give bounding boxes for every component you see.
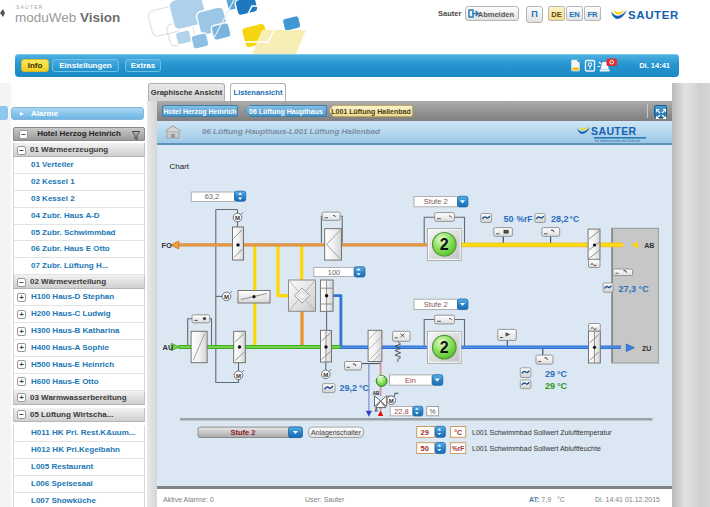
svg-text:50: 50 — [421, 444, 429, 453]
svg-text:°C: °C — [557, 369, 568, 379]
svg-text:Stufe 2: Stufe 2 — [230, 428, 255, 437]
svg-text:Chart: Chart — [170, 162, 190, 171]
svg-text:29,2: 29,2 — [340, 383, 358, 393]
svg-text:°C: °C — [639, 284, 650, 294]
svg-text:22,8: 22,8 — [394, 407, 409, 416]
svg-text:29: 29 — [421, 428, 429, 437]
svg-text:SAUTER: SAUTER — [591, 125, 637, 137]
svg-text:M: M — [224, 294, 229, 300]
svg-text:M: M — [236, 373, 241, 379]
svg-text:ZU: ZU — [642, 345, 651, 352]
svg-text:AB: AB — [373, 391, 380, 396]
svg-text:M: M — [235, 215, 240, 221]
svg-text:L001 Schwimmbad Sollwert Abluf: L001 Schwimmbad Sollwert Abluftfeuchte — [472, 445, 601, 452]
svg-text:%rF: %rF — [517, 214, 533, 224]
svg-text:M: M — [389, 398, 394, 404]
svg-text:Stufe 2: Stufe 2 — [424, 197, 448, 206]
svg-text:AU: AU — [163, 343, 174, 352]
svg-text:°C: °C — [557, 381, 568, 391]
svg-text:29: 29 — [545, 381, 555, 391]
svg-text:L001 Schwimmbad Sollwert Zuluf: L001 Schwimmbad Sollwert Zulufttemperatu… — [472, 429, 612, 437]
svg-text:%: % — [429, 408, 435, 415]
svg-text:A: A — [375, 408, 379, 413]
svg-text:50: 50 — [504, 214, 514, 224]
svg-text:°C: °C — [454, 429, 462, 436]
svg-text:27,3: 27,3 — [619, 284, 637, 294]
svg-text:M: M — [323, 372, 328, 378]
svg-text:SAUTER: SAUTER — [628, 9, 679, 21]
svg-text:Stufe 2: Stufe 2 — [424, 300, 448, 309]
svg-text:2: 2 — [440, 339, 449, 356]
svg-text:29: 29 — [545, 369, 555, 379]
svg-text:FO: FO — [162, 241, 173, 250]
svg-text:°C: °C — [359, 383, 370, 393]
svg-text:Ein: Ein — [405, 376, 416, 385]
svg-text:%rF: %rF — [452, 445, 464, 452]
svg-text:AB: AB — [644, 242, 654, 249]
svg-text:63,2: 63,2 — [205, 192, 220, 201]
svg-text:für lebensräume mit Zukunft: für lebensräume mit Zukunft — [595, 139, 640, 143]
svg-text:°C: °C — [570, 214, 580, 224]
svg-text:2: 2 — [440, 236, 449, 253]
svg-text:100: 100 — [328, 268, 341, 277]
svg-text:Anlagenschalter: Anlagenschalter — [311, 429, 362, 437]
svg-text:28,2: 28,2 — [551, 214, 569, 224]
